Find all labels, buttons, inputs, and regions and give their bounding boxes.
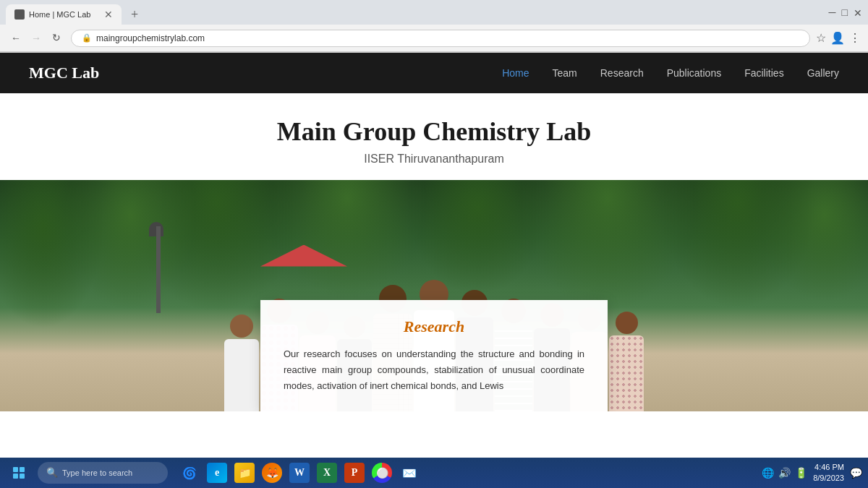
address-bar: ← → ↻ 🔒 maingroupchemistrylab.com ☆ 👤 ⋮ [0, 25, 868, 52]
back-button[interactable]: ← [7, 30, 25, 47]
site-navigation: MGC Lab Home Team Research Publications … [0, 53, 868, 93]
bookmark-icon[interactable]: ☆ [816, 31, 826, 45]
group-photo: Research Our research focuses on underst… [0, 180, 868, 411]
taskbar-chrome-icon[interactable]: ⚪ [369, 460, 395, 486]
nav-gallery[interactable]: Gallery [807, 67, 839, 79]
windows-logo-icon [13, 467, 25, 479]
active-tab[interactable]: Home | MGC Lab ✕ [6, 4, 122, 25]
menu-icon[interactable]: ⋮ [849, 31, 861, 45]
powerpoint-icon: P [344, 463, 365, 483]
nav-buttons: ← → ↻ [7, 30, 65, 47]
website-content: MGC Lab Home Team Research Publications … [0, 53, 868, 411]
taskbar-search-icon: 🔍 [46, 467, 58, 479]
system-tray-icons: 🌐 🔊 🔋 [762, 467, 807, 479]
excel-icon: X [317, 463, 337, 483]
windows-start-button[interactable] [6, 460, 32, 486]
lock-icon: 🔒 [82, 33, 92, 43]
person-body [224, 339, 259, 411]
research-body-text: Our research focuses on understanding th… [284, 346, 584, 394]
browser-toolbar-right: ☆ 👤 ⋮ [816, 31, 861, 45]
browser-chrome: Home | MGC Lab ✕ + ─ □ ✕ ← → ↻ 🔒 maingro… [0, 0, 868, 53]
volume-icon: 🔊 [778, 467, 791, 479]
taskbar-explorer-icon[interactable]: 📁 [231, 460, 258, 486]
hero-subtitle: IISER Thiruvananthapuram [14, 153, 854, 166]
nav-facilities[interactable]: Facilities [744, 67, 783, 79]
url-bar[interactable]: 🔒 maingroupchemistrylab.com [71, 30, 810, 47]
taskbar: 🔍 Type here to search 🌀 e 📁 🦊 W X P ⚪ ✉️ [0, 458, 868, 488]
taskbar-search-text: Type here to search [62, 468, 132, 477]
person-head [616, 312, 638, 334]
taskbar-firefox-icon[interactable]: 🦊 [259, 460, 285, 486]
url-text: maingroupchemistrylab.com [96, 33, 205, 43]
tab-bar: Home | MGC Lab ✕ + ─ □ ✕ [0, 0, 868, 25]
taskbar-powerpoint-icon[interactable]: P [341, 460, 367, 486]
nav-team[interactable]: Team [553, 67, 577, 79]
chrome-icon: ⚪ [372, 463, 392, 483]
explorer-icon: 📁 [234, 463, 255, 483]
tab-close-button[interactable]: ✕ [104, 9, 113, 20]
nav-links: Home Team Research Publications Faciliti… [502, 67, 839, 80]
nav-publications[interactable]: Publications [667, 67, 722, 79]
hero-section: Main Group Chemistry Lab IISER Thiruvana… [0, 93, 868, 180]
maximize-icon[interactable]: □ [842, 7, 848, 19]
firefox-icon: 🦊 [262, 463, 282, 483]
minimize-icon[interactable]: ─ [829, 7, 836, 19]
taskbar-clock[interactable]: 4:46 PM 8/9/2023 [813, 462, 844, 484]
edge-icon: e [207, 463, 227, 483]
person-head [230, 314, 253, 338]
site-logo: MGC Lab [29, 64, 99, 82]
tab-favicon [14, 9, 25, 20]
person-body [609, 335, 644, 411]
research-section-title: Research [284, 317, 584, 336]
hero-title: Main Group Chemistry Lab [14, 116, 854, 147]
nav-home[interactable]: Home [502, 67, 529, 79]
refresh-button[interactable]: ↻ [48, 30, 65, 47]
tab-title: Home | MGC Lab [29, 10, 100, 19]
nav-research[interactable]: Research [600, 67, 644, 79]
taskbar-mail-icon[interactable]: ✉️ [396, 460, 422, 486]
tab-bar-controls: ─ □ ✕ [829, 7, 862, 22]
taskbar-time-display: 4:46 PM [813, 462, 844, 473]
taskbar-cortana-icon[interactable]: 🌀 [176, 460, 203, 486]
new-tab-button[interactable]: + [124, 4, 145, 25]
network-icon: 🌐 [762, 467, 774, 479]
forward-button[interactable]: → [27, 30, 45, 47]
notification-icon[interactable]: 💬 [850, 467, 862, 479]
taskbar-word-icon[interactable]: W [286, 460, 312, 486]
taskbar-edge-icon[interactable]: e [204, 460, 230, 486]
profile-icon[interactable]: 👤 [830, 31, 845, 45]
person-1 [224, 314, 259, 411]
taskbar-search-bar[interactable]: 🔍 Type here to search [38, 462, 168, 484]
taskbar-app-icons: 🌀 e 📁 🦊 W X P ⚪ ✉️ [176, 460, 422, 486]
taskbar-date-display: 8/9/2023 [813, 473, 844, 484]
word-icon: W [289, 463, 310, 483]
close-icon[interactable]: ✕ [854, 7, 862, 20]
person-11 [609, 312, 644, 411]
battery-icon: 🔋 [795, 467, 807, 479]
taskbar-system-tray: 🌐 🔊 🔋 4:46 PM 8/9/2023 💬 [762, 462, 862, 484]
taskbar-excel-icon[interactable]: X [314, 460, 340, 486]
research-overlay: Research Our research focuses on underst… [260, 300, 608, 411]
